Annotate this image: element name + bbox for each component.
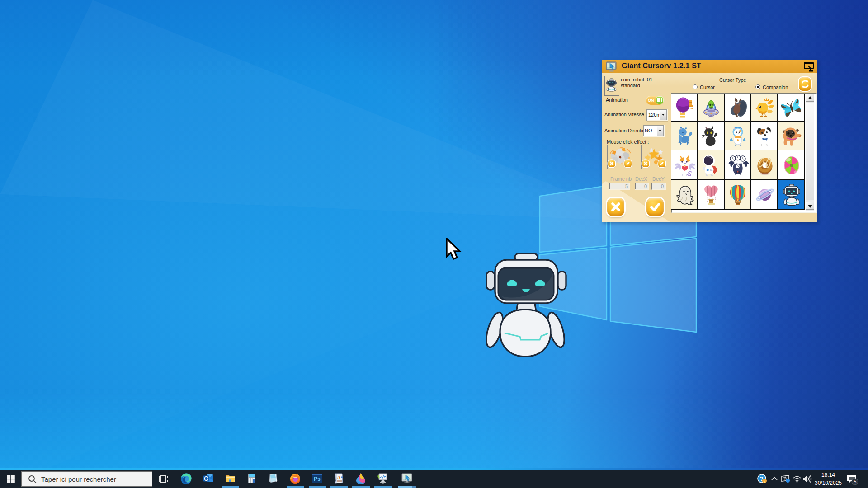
svg-text:5: 5 <box>854 479 857 484</box>
svg-text:Ps: Ps <box>314 476 321 482</box>
svg-text:A: A <box>337 474 341 481</box>
